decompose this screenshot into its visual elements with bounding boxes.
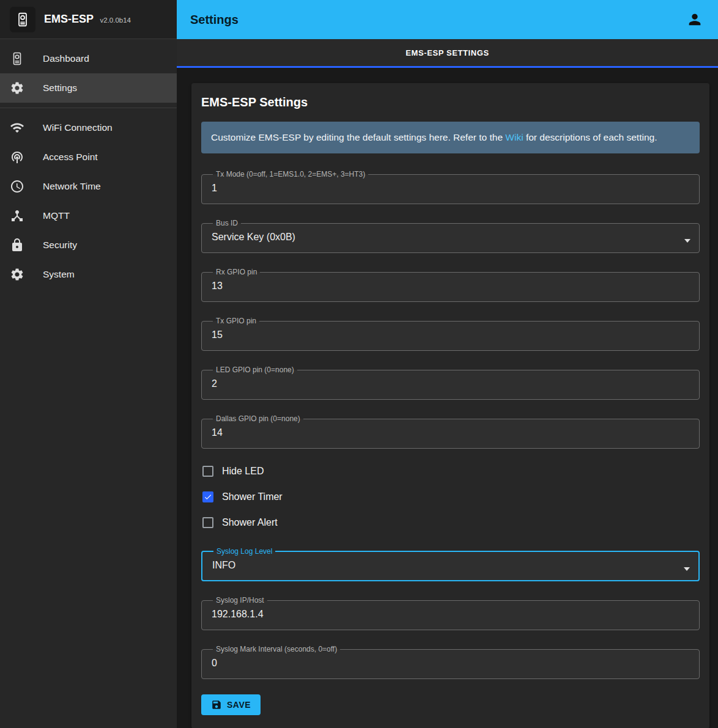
- chevron-down-icon: [684, 239, 690, 243]
- field-label: Tx Mode (0=off, 1=EMS1.0, 2=EMS+, 3=HT3): [213, 171, 368, 178]
- sidebar-item-security[interactable]: Security: [0, 230, 177, 260]
- app-root: EMS-ESP v2.0.0b14 Dashboard: [0, 0, 718, 728]
- info-banner-text: for descriptions of each setting.: [524, 132, 657, 142]
- sidebar-item-label: Settings: [43, 83, 77, 94]
- chevron-down-icon: [684, 567, 690, 571]
- wifi-icon: [10, 120, 24, 135]
- sidebar-item-network-time[interactable]: Network Time: [0, 172, 177, 201]
- field-label: Syslog Log Level: [213, 548, 275, 556]
- sidebar-item-label: Dashboard: [43, 53, 89, 64]
- sidebar-item-label: Security: [43, 240, 77, 251]
- sidebar-item-label: System: [43, 269, 75, 280]
- sidebar-item-dashboard[interactable]: Dashboard: [0, 44, 177, 73]
- sidebar-item-label: Network Time: [43, 181, 101, 192]
- checkbox-label: Hide LED: [222, 466, 264, 477]
- sidebar-item-label: WiFi Connection: [43, 122, 113, 133]
- field-value: 0: [209, 653, 692, 669]
- access-point-icon: [10, 150, 24, 164]
- brand: EMS-ESP v2.0.0b14: [0, 0, 177, 39]
- sidebar-item-label: Access Point: [43, 152, 98, 163]
- field-value: 2: [209, 374, 692, 389]
- sidebar-item-access-point[interactable]: Access Point: [0, 142, 177, 172]
- tx-mode-field[interactable]: Tx Mode (0=off, 1=EMS1.0, 2=EMS+, 3=HT3)…: [201, 171, 700, 204]
- field-label: LED GPIO pin (0=none): [213, 366, 297, 374]
- tx-gpio-field[interactable]: Tx GPIO pin 15: [201, 317, 700, 351]
- field-label: Bus ID: [213, 219, 241, 227]
- syslog-log-level-select[interactable]: Syslog Log Level INFO: [201, 548, 700, 581]
- page-title: Settings: [190, 13, 239, 27]
- hide-led-checkbox[interactable]: Hide LED: [201, 458, 700, 484]
- field-label: Syslog IP/Host: [213, 597, 267, 605]
- gear-icon: [10, 267, 24, 282]
- field-value: 14: [209, 423, 692, 438]
- save-button[interactable]: SAVE: [201, 694, 261, 715]
- checkbox-label: Shower Alert: [222, 517, 278, 528]
- field-value: 1: [209, 178, 692, 194]
- device-hub-icon: [10, 208, 24, 223]
- ems-esp-logo-icon: [10, 7, 35, 32]
- brand-version: v2.0.0b14: [100, 17, 131, 24]
- sidebar-item-label: MQTT: [43, 210, 70, 221]
- field-value: 13: [209, 276, 692, 292]
- save-button-label: SAVE: [227, 700, 251, 710]
- account-icon[interactable]: [685, 10, 705, 29]
- field-value: 15: [209, 325, 692, 340]
- led-gpio-field[interactable]: LED GPIO pin (0=none) 2: [201, 366, 700, 400]
- sidebar-divider: [0, 108, 177, 108]
- shower-timer-checkbox[interactable]: Shower Timer: [201, 484, 700, 510]
- checkbox-unchecked-icon[interactable]: [202, 517, 213, 528]
- field-label: Syslog Mark Interval (seconds, 0=off): [213, 645, 340, 653]
- rx-gpio-field[interactable]: Rx GPIO pin 13: [201, 268, 700, 302]
- field-label: Dallas GPIO pin (0=none): [213, 415, 303, 423]
- checkbox-unchecked-icon[interactable]: [202, 466, 213, 477]
- shower-alert-checkbox[interactable]: Shower Alert: [201, 510, 700, 535]
- lock-icon: [10, 238, 24, 252]
- sidebar-item-system[interactable]: System: [0, 260, 177, 289]
- tab-ems-esp-settings[interactable]: EMS-ESP SETTINGS: [405, 48, 489, 57]
- dallas-gpio-field[interactable]: Dallas GPIO pin (0=none) 14: [201, 415, 700, 449]
- gear-icon: [10, 81, 24, 95]
- info-banner: Customize EMS-ESP by editing the default…: [201, 122, 700, 153]
- field-label: Tx GPIO pin: [213, 317, 259, 325]
- bus-id-select[interactable]: Bus ID Service Key (0x0B): [201, 219, 700, 253]
- content-area: EMS-ESP Settings Customize EMS-ESP by ed…: [177, 68, 718, 728]
- wiki-link[interactable]: Wiki: [505, 132, 523, 142]
- tab-bar: EMS-ESP SETTINGS: [177, 39, 718, 66]
- main-column: Settings EMS-ESP SETTINGS EMS-ESP Settin…: [177, 0, 718, 728]
- sidebar-item-mqtt[interactable]: MQTT: [0, 201, 177, 230]
- checkbox-label: Shower Timer: [222, 491, 283, 502]
- brand-name: EMS-ESP: [44, 13, 94, 25]
- app-bar: Settings: [177, 0, 718, 39]
- clock-icon: [10, 179, 24, 194]
- sidebar: EMS-ESP v2.0.0b14 Dashboard: [0, 0, 177, 728]
- field-value: 192.168.1.4: [209, 605, 692, 620]
- card-title: EMS-ESP Settings: [201, 95, 700, 109]
- field-value: INFO: [210, 556, 691, 571]
- settings-card: EMS-ESP Settings Customize EMS-ESP by ed…: [191, 83, 709, 728]
- sidebar-item-wifi-connection[interactable]: WiFi Connection: [0, 113, 177, 142]
- sidebar-nav: Dashboard Settings WiFi Connection A: [0, 39, 177, 289]
- syslog-ip-field[interactable]: Syslog IP/Host 192.168.1.4: [201, 597, 700, 630]
- checkbox-section: Hide LED Shower Timer Shower Alert: [201, 458, 700, 535]
- syslog-mark-interval-field[interactable]: Syslog Mark Interval (seconds, 0=off) 0: [201, 645, 700, 679]
- checkbox-checked-icon[interactable]: [202, 491, 213, 502]
- save-icon: [211, 699, 222, 710]
- field-value: Service Key (0x0B): [209, 227, 692, 243]
- sidebar-item-settings[interactable]: Settings: [0, 73, 177, 103]
- device-icon: [10, 51, 24, 66]
- info-banner-text: Customize EMS-ESP by editing the default…: [211, 132, 505, 142]
- field-label: Rx GPIO pin: [213, 268, 260, 276]
